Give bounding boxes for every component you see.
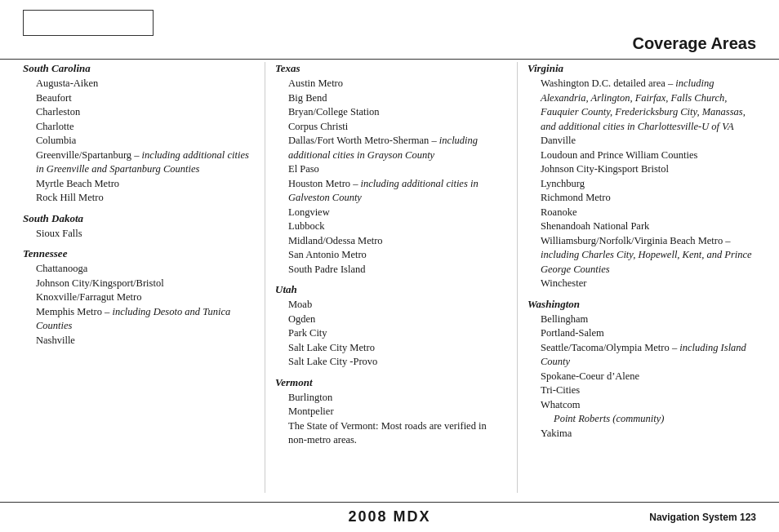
- entry-1-0-9: Midland/Odessa Metro: [288, 234, 504, 249]
- entry-italic: including Charles City, Hopewell, Kent, …: [541, 249, 752, 275]
- entry-1-1-0: Moab: [288, 298, 504, 313]
- entry-sub-2-1-5: Point Roberts (community): [554, 412, 756, 427]
- entry-2-0-6: Roanoke: [541, 206, 756, 220]
- entry-2-1-6: Yakima: [541, 427, 756, 441]
- footer-model: 2008 MDX: [348, 508, 430, 525]
- entry-1-0-0: Austin Metro: [288, 77, 504, 91]
- entry-0-0-7: Rock Hill Metro: [36, 191, 252, 206]
- entry-2-0-5: Richmond Metro: [541, 191, 756, 206]
- entry-2-1-5: Whatcom: [541, 398, 756, 413]
- header-box: [23, 10, 154, 36]
- entry-0-2-4: Nashville: [36, 334, 252, 348]
- entry-text: Memphis Metro –: [36, 306, 112, 317]
- entry-2-0-1: Danville: [541, 134, 756, 149]
- entry-0-0-5: Greenville/Spartanburg – including addit…: [36, 149, 252, 177]
- section-header-2-0: Virginia: [527, 62, 756, 75]
- entry-text: Dallas/Fort Worth Metro-Sherman –: [288, 135, 439, 146]
- entry-2-1-4: Tri-Cities: [541, 383, 756, 398]
- title-divider: [0, 59, 779, 60]
- footer: 2008 MDX Navigation System 123: [0, 508, 779, 525]
- entry-sub-italic: Point Roberts (community): [554, 413, 664, 424]
- section-header-1-0: Texas: [275, 62, 504, 75]
- entry-2-0-8: Williamsburg/Norfolk/Virginia Beach Metr…: [541, 234, 756, 277]
- entry-1-0-2: Bryan/College Station: [288, 105, 504, 120]
- entry-1-0-5: El Paso: [288, 162, 504, 177]
- entry-text: Houston Metro –: [288, 178, 361, 189]
- entry-0-2-1: Johnson City/Kingsport/Bristol: [36, 277, 252, 291]
- entry-0-2-0: Chattanooga: [36, 262, 252, 277]
- column-1: South CarolinaAugusta-AikenBeaufortCharl…: [23, 62, 265, 493]
- entry-0-0-0: Augusta-Aiken: [36, 77, 252, 91]
- entry-0-0-2: Charleston: [36, 105, 252, 120]
- entry-1-0-10: San Antonio Metro: [288, 248, 504, 263]
- entry-2-0-4: Lynchburg: [541, 177, 756, 192]
- entry-text: Williamsburg/Norfolk/Virginia Beach Metr…: [541, 235, 731, 246]
- entry-text: Washington D.C. detailed area –: [541, 78, 675, 89]
- entry-2-1-2: Seattle/Tacoma/Olympia Metro – including…: [541, 341, 756, 370]
- entry-1-0-6: Houston Metro – including additional cit…: [288, 177, 504, 206]
- entry-0-2-2: Knoxville/Farragut Metro: [36, 290, 252, 305]
- section-header-0-0: South Carolina: [23, 62, 252, 75]
- entry-0-0-4: Columbia: [36, 134, 252, 149]
- entry-2-0-2: Loudoun and Prince William Counties: [541, 149, 756, 163]
- entry-2-0-3: Johnson City-Kingsport Bristol: [541, 162, 756, 177]
- page-title: Coverage Areas: [632, 34, 756, 53]
- entry-1-0-1: Big Bend: [288, 91, 504, 106]
- entry-0-0-1: Beaufort: [36, 91, 252, 106]
- entry-1-1-4: Salt Lake City -Provo: [288, 355, 504, 370]
- footer-page-number: Navigation System 123: [649, 512, 756, 523]
- entry-2-0-9: Winchester: [541, 277, 756, 291]
- entry-2-1-0: Bellingham: [541, 313, 756, 327]
- entry-2-1-1: Portland-Salem: [541, 326, 756, 341]
- entry-1-0-3: Corpus Christi: [288, 120, 504, 135]
- entry-text: Greenville/Spartanburg –: [36, 149, 142, 161]
- section-header-1-2: Vermont: [275, 376, 504, 389]
- entry-1-2-0: Burlington: [288, 391, 504, 406]
- entry-1-0-8: Lubbock: [288, 219, 504, 234]
- entry-0-2-3: Memphis Metro – including Desoto and Tun…: [36, 305, 252, 334]
- column-2: TexasAustin MetroBig BendBryan/College S…: [265, 62, 518, 493]
- entry-1-0-11: South Padre Island: [288, 263, 504, 277]
- entry-0-1-0: Sioux Falls: [36, 227, 252, 242]
- section-header-0-2: Tennessee: [23, 247, 252, 260]
- entry-1-0-4: Dallas/Fort Worth Metro-Sherman – includ…: [288, 134, 504, 162]
- entry-2-0-0: Washington D.C. detailed area – includin…: [541, 77, 756, 134]
- section-header-2-1: Washington: [527, 298, 756, 311]
- content-area: South CarolinaAugusta-AikenBeaufortCharl…: [23, 62, 756, 493]
- entry-1-1-2: Park City: [288, 326, 504, 341]
- entry-1-0-7: Longview: [288, 206, 504, 220]
- entry-1-1-1: Ogden: [288, 313, 504, 327]
- entry-1-1-3: Salt Lake City Metro: [288, 341, 504, 356]
- footer-divider: [0, 502, 779, 503]
- section-header-1-1: Utah: [275, 283, 504, 296]
- entry-2-1-3: Spokane-Coeur d’Alene: [541, 370, 756, 384]
- column-3: VirginiaWashington D.C. detailed area – …: [518, 62, 756, 493]
- section-header-0-1: South Dakota: [23, 212, 252, 225]
- entry-1-2-1: Montpelier: [288, 405, 504, 419]
- entry-0-0-3: Charlotte: [36, 120, 252, 135]
- entry-0-0-6: Myrtle Beach Metro: [36, 177, 252, 192]
- entry-2-0-7: Shenandoah National Park: [541, 219, 756, 234]
- entry-1-2-2: The State of Vermont: Most roads are ver…: [288, 419, 504, 448]
- entry-text: Seattle/Tacoma/Olympia Metro –: [541, 342, 679, 353]
